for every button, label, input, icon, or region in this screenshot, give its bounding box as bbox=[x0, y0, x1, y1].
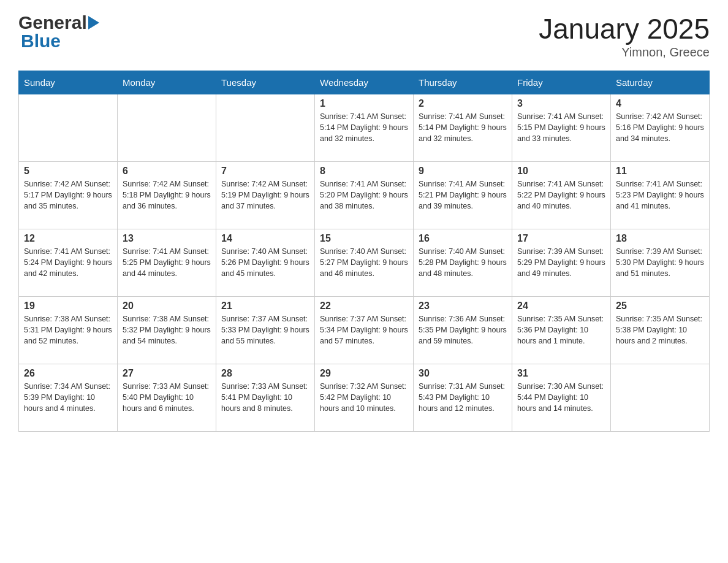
day-info: Sunrise: 7:41 AM Sunset: 5:24 PM Dayligh… bbox=[24, 246, 112, 279]
day-info: Sunrise: 7:35 AM Sunset: 5:36 PM Dayligh… bbox=[517, 313, 605, 347]
calendar-week-row: 12Sunrise: 7:41 AM Sunset: 5:24 PM Dayli… bbox=[19, 229, 710, 297]
day-number: 28 bbox=[221, 368, 309, 379]
calendar-cell: 17Sunrise: 7:39 AM Sunset: 5:29 PM Dayli… bbox=[512, 229, 611, 297]
day-info: Sunrise: 7:42 AM Sunset: 5:17 PM Dayligh… bbox=[24, 178, 112, 212]
calendar-cell: 14Sunrise: 7:40 AM Sunset: 5:26 PM Dayli… bbox=[216, 229, 315, 297]
calendar-cell: 13Sunrise: 7:41 AM Sunset: 5:25 PM Dayli… bbox=[118, 229, 216, 297]
day-info: Sunrise: 7:41 AM Sunset: 5:23 PM Dayligh… bbox=[616, 178, 704, 212]
logo-blue-text: Blue bbox=[21, 31, 61, 52]
day-info: Sunrise: 7:41 AM Sunset: 5:14 PM Dayligh… bbox=[419, 111, 507, 144]
day-info: Sunrise: 7:41 AM Sunset: 5:21 PM Dayligh… bbox=[419, 178, 507, 212]
day-info: Sunrise: 7:42 AM Sunset: 5:18 PM Dayligh… bbox=[123, 178, 211, 212]
day-number: 31 bbox=[517, 368, 605, 379]
day-number: 5 bbox=[24, 166, 112, 177]
calendar-cell: 5Sunrise: 7:42 AM Sunset: 5:17 PM Daylig… bbox=[19, 162, 118, 229]
day-number: 10 bbox=[517, 166, 605, 177]
day-number: 7 bbox=[221, 166, 309, 177]
day-number: 2 bbox=[419, 98, 507, 109]
calendar-cell: 3Sunrise: 7:41 AM Sunset: 5:15 PM Daylig… bbox=[512, 94, 611, 162]
day-number: 16 bbox=[419, 233, 507, 244]
day-info: Sunrise: 7:32 AM Sunset: 5:42 PM Dayligh… bbox=[320, 381, 408, 414]
title-block: January 2025 Yimnon, Greece bbox=[539, 12, 710, 59]
day-info: Sunrise: 7:36 AM Sunset: 5:35 PM Dayligh… bbox=[419, 313, 507, 347]
day-info: Sunrise: 7:41 AM Sunset: 5:25 PM Dayligh… bbox=[123, 246, 211, 279]
calendar-cell: 25Sunrise: 7:35 AM Sunset: 5:38 PM Dayli… bbox=[611, 297, 710, 364]
day-info: Sunrise: 7:40 AM Sunset: 5:28 PM Dayligh… bbox=[419, 246, 507, 279]
day-info: Sunrise: 7:39 AM Sunset: 5:30 PM Dayligh… bbox=[616, 246, 704, 279]
calendar-cell bbox=[118, 94, 216, 162]
calendar-day-header: Thursday bbox=[414, 71, 512, 94]
day-number: 27 bbox=[123, 368, 211, 379]
day-number: 13 bbox=[123, 233, 211, 244]
day-number: 30 bbox=[419, 368, 507, 379]
calendar-cell: 24Sunrise: 7:35 AM Sunset: 5:36 PM Dayli… bbox=[512, 297, 611, 364]
day-info: Sunrise: 7:41 AM Sunset: 5:14 PM Dayligh… bbox=[320, 111, 408, 144]
logo: General Blue bbox=[18, 12, 99, 52]
logo-general-text: General bbox=[18, 12, 87, 33]
day-number: 20 bbox=[123, 301, 211, 312]
day-info: Sunrise: 7:33 AM Sunset: 5:41 PM Dayligh… bbox=[221, 381, 309, 414]
day-info: Sunrise: 7:35 AM Sunset: 5:38 PM Dayligh… bbox=[616, 313, 704, 347]
day-number: 8 bbox=[320, 166, 408, 177]
calendar-day-header: Wednesday bbox=[315, 71, 414, 94]
calendar-day-header: Sunday bbox=[19, 71, 118, 94]
day-number: 21 bbox=[221, 301, 309, 312]
calendar-cell: 7Sunrise: 7:42 AM Sunset: 5:19 PM Daylig… bbox=[216, 162, 315, 229]
day-number: 4 bbox=[616, 98, 704, 109]
day-info: Sunrise: 7:33 AM Sunset: 5:40 PM Dayligh… bbox=[123, 381, 211, 414]
calendar-cell: 2Sunrise: 7:41 AM Sunset: 5:14 PM Daylig… bbox=[414, 94, 512, 162]
calendar-title: January 2025 bbox=[539, 12, 710, 45]
calendar-cell: 9Sunrise: 7:41 AM Sunset: 5:21 PM Daylig… bbox=[414, 162, 512, 229]
calendar-cell: 19Sunrise: 7:38 AM Sunset: 5:31 PM Dayli… bbox=[19, 297, 118, 364]
calendar-cell: 20Sunrise: 7:38 AM Sunset: 5:32 PM Dayli… bbox=[118, 297, 216, 364]
page-header: General Blue January 2025 Yimnon, Greece bbox=[18, 12, 710, 59]
day-number: 1 bbox=[320, 98, 408, 109]
calendar-cell: 15Sunrise: 7:40 AM Sunset: 5:27 PM Dayli… bbox=[315, 229, 414, 297]
day-info: Sunrise: 7:42 AM Sunset: 5:16 PM Dayligh… bbox=[616, 111, 704, 144]
calendar-day-header: Saturday bbox=[611, 71, 710, 94]
day-number: 12 bbox=[24, 233, 112, 244]
calendar-cell: 11Sunrise: 7:41 AM Sunset: 5:23 PM Dayli… bbox=[611, 162, 710, 229]
calendar-cell: 10Sunrise: 7:41 AM Sunset: 5:22 PM Dayli… bbox=[512, 162, 611, 229]
calendar-cell bbox=[611, 364, 710, 432]
day-info: Sunrise: 7:34 AM Sunset: 5:39 PM Dayligh… bbox=[24, 381, 112, 414]
calendar-cell: 1Sunrise: 7:41 AM Sunset: 5:14 PM Daylig… bbox=[315, 94, 414, 162]
calendar-table: SundayMondayTuesdayWednesdayThursdayFrid… bbox=[18, 71, 710, 432]
day-info: Sunrise: 7:41 AM Sunset: 5:22 PM Dayligh… bbox=[517, 178, 605, 212]
day-number: 26 bbox=[24, 368, 112, 379]
day-number: 24 bbox=[517, 301, 605, 312]
calendar-cell bbox=[19, 94, 118, 162]
calendar-subtitle: Yimnon, Greece bbox=[539, 45, 710, 59]
calendar-day-header: Tuesday bbox=[216, 71, 315, 94]
calendar-cell: 16Sunrise: 7:40 AM Sunset: 5:28 PM Dayli… bbox=[414, 229, 512, 297]
calendar-cell: 31Sunrise: 7:30 AM Sunset: 5:44 PM Dayli… bbox=[512, 364, 611, 432]
calendar-day-header: Friday bbox=[512, 71, 611, 94]
day-info: Sunrise: 7:38 AM Sunset: 5:31 PM Dayligh… bbox=[24, 313, 112, 347]
calendar-cell: 4Sunrise: 7:42 AM Sunset: 5:16 PM Daylig… bbox=[611, 94, 710, 162]
day-info: Sunrise: 7:37 AM Sunset: 5:34 PM Dayligh… bbox=[320, 313, 408, 347]
day-info: Sunrise: 7:38 AM Sunset: 5:32 PM Dayligh… bbox=[123, 313, 211, 347]
day-number: 14 bbox=[221, 233, 309, 244]
day-number: 23 bbox=[419, 301, 507, 312]
calendar-day-header: Monday bbox=[118, 71, 216, 94]
day-number: 18 bbox=[616, 233, 704, 244]
calendar-week-row: 1Sunrise: 7:41 AM Sunset: 5:14 PM Daylig… bbox=[19, 94, 710, 162]
calendar-cell: 29Sunrise: 7:32 AM Sunset: 5:42 PM Dayli… bbox=[315, 364, 414, 432]
day-number: 3 bbox=[517, 98, 605, 109]
calendar-week-row: 26Sunrise: 7:34 AM Sunset: 5:39 PM Dayli… bbox=[19, 364, 710, 432]
calendar-cell: 27Sunrise: 7:33 AM Sunset: 5:40 PM Dayli… bbox=[118, 364, 216, 432]
day-info: Sunrise: 7:37 AM Sunset: 5:33 PM Dayligh… bbox=[221, 313, 309, 347]
day-number: 9 bbox=[419, 166, 507, 177]
day-info: Sunrise: 7:41 AM Sunset: 5:20 PM Dayligh… bbox=[320, 178, 408, 212]
day-number: 11 bbox=[616, 166, 704, 177]
day-number: 22 bbox=[320, 301, 408, 312]
day-number: 15 bbox=[320, 233, 408, 244]
calendar-cell: 12Sunrise: 7:41 AM Sunset: 5:24 PM Dayli… bbox=[19, 229, 118, 297]
day-info: Sunrise: 7:40 AM Sunset: 5:27 PM Dayligh… bbox=[320, 246, 408, 279]
day-info: Sunrise: 7:41 AM Sunset: 5:15 PM Dayligh… bbox=[517, 111, 605, 144]
calendar-cell: 30Sunrise: 7:31 AM Sunset: 5:43 PM Dayli… bbox=[414, 364, 512, 432]
calendar-cell: 22Sunrise: 7:37 AM Sunset: 5:34 PM Dayli… bbox=[315, 297, 414, 364]
calendar-cell: 8Sunrise: 7:41 AM Sunset: 5:20 PM Daylig… bbox=[315, 162, 414, 229]
day-number: 19 bbox=[24, 301, 112, 312]
day-number: 29 bbox=[320, 368, 408, 379]
